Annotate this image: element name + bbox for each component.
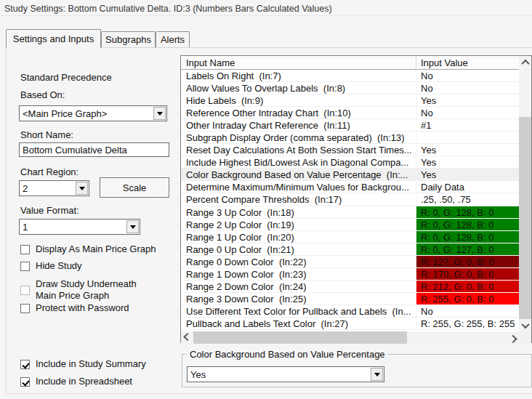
vertical-scrollbar-thumb[interactable]	[519, 117, 531, 319]
horizontal-scrollbar[interactable]	[181, 331, 519, 344]
chart-region-label: Chart Region:	[20, 166, 78, 177]
horizontal-scrollbar-thumb[interactable]	[193, 331, 407, 344]
input-name-cell: Allow Values To Overlap Labels (In:8)	[181, 82, 416, 94]
input-value-cell: No	[416, 107, 519, 119]
checkbox-box[interactable]	[20, 304, 30, 313]
input-value-cell: Yes	[416, 169, 519, 181]
tab-page-border	[6, 393, 532, 394]
inputs-table-header: Input Name Input Value	[181, 56, 519, 70]
value-format-value: 1	[20, 222, 126, 233]
input-name-cell: Range 1 Up Color (In:20)	[181, 231, 416, 243]
dialog-title: Study Settings: Bottom Cumulative Delta.…	[4, 4, 332, 14]
checkbox-draw-study-underneath[interactable]: Draw Study Underneath Main Price Graph	[20, 278, 137, 302]
table-row[interactable]: Reset Day Calculations At Both Session S…	[181, 144, 519, 156]
checkbox-include-in-study-summary[interactable]: Include in Study Summary	[20, 358, 146, 371]
chevron-down-icon[interactable]	[153, 107, 166, 120]
tab-label: Subgraphs	[105, 34, 151, 45]
checkbox-label: Include in Spreadsheet	[36, 376, 132, 387]
chevron-down-icon[interactable]	[126, 220, 139, 233]
checkbox-box[interactable]	[20, 245, 30, 254]
checkbox-box[interactable]	[20, 377, 30, 387]
checkbox-protect-with-password[interactable]: Protect with Password	[20, 302, 129, 315]
table-row[interactable]: Include Highest Bid/Lowest Ask in Diagon…	[181, 156, 519, 169]
standard-precedence-label: Standard Precedence	[20, 72, 112, 83]
checkbox-label: Include in Study Summary	[36, 358, 146, 370]
tab-page-border	[6, 47, 7, 394]
input-value-color-swatch: R: 170, G: 0, B: 0	[416, 268, 519, 281]
tab-label: Settings and Inputs	[13, 33, 94, 44]
table-row[interactable]: Reference Other Intraday Chart (In:10)No	[181, 107, 519, 119]
checkbox-box[interactable]	[20, 262, 30, 271]
checkbox-include-in-spreadsheet[interactable]: Include in Spreadsheet	[20, 375, 132, 388]
table-row[interactable]: Pullback and Labels Text Color (In:27)R:…	[181, 318, 519, 330]
table-row[interactable]: Use Different Text Color for Pullback an…	[181, 305, 519, 318]
chart-region-select[interactable]: 2	[19, 180, 89, 196]
input-value-color-swatch: R: 127, G: 0, B: 0	[416, 256, 519, 268]
table-row[interactable]: Range 0 Down Color (In:22)R: 127, G: 0, …	[181, 256, 519, 268]
inputs-table: Input Name Input Value Labels On Right (…	[180, 55, 532, 343]
chart-region-value: 2	[20, 183, 75, 194]
scroll-up-icon[interactable]	[519, 56, 531, 68]
input-value-color-swatch: R: 0, G: 127, B: 0	[416, 243, 519, 256]
input-editor-value: Yes	[188, 369, 370, 380]
value-format-label: Value Format:	[20, 205, 79, 216]
scroll-right-icon[interactable]	[507, 331, 519, 344]
table-row[interactable]: Range 1 Up Color (In:20)R: 0, G: 128, B:…	[181, 231, 519, 243]
table-row[interactable]: Other Intraday Chart Reference (In:11)#1	[181, 119, 519, 132]
value-format-select[interactable]: 1	[19, 219, 140, 235]
input-value-cell: Yes	[416, 94, 519, 107]
table-row[interactable]: Labels On Right (In:7)No	[181, 70, 519, 82]
table-row[interactable]: Range 3 Up Color (In:18)R: 0, G: 128, B:…	[181, 206, 519, 219]
checkbox-box[interactable]	[20, 286, 30, 295]
scroll-down-icon[interactable]	[519, 319, 531, 331]
tab-settings-and-inputs[interactable]: Settings and Inputs	[6, 29, 101, 48]
input-value-cell: No	[416, 70, 519, 82]
tab-subgraphs[interactable]: Subgraphs	[101, 31, 156, 47]
table-row[interactable]: Range 1 Down Color (In:23)R: 170, G: 0, …	[181, 268, 519, 281]
tab-alerts[interactable]: Alerts	[156, 31, 190, 47]
table-row[interactable]: Range 2 Up Color (In:19)R: 0, G: 128, B:…	[181, 219, 519, 231]
table-row[interactable]: Subgraph Display Order (comma separated)…	[181, 132, 519, 144]
input-name-cell: Color Background Based on Value Percenta…	[181, 169, 416, 181]
column-header-input-value[interactable]: Input Value	[416, 56, 519, 69]
checkbox-hide-study[interactable]: Hide Study	[20, 259, 82, 273]
input-name-cell: Determine Maximum/Minimum Values for Bac…	[181, 181, 416, 193]
chevron-down-icon[interactable]	[371, 368, 383, 381]
short-name-label: Short Name:	[20, 129, 73, 140]
input-name-cell: Other Intraday Chart Reference (In:11)	[181, 119, 416, 132]
checkbox-box[interactable]	[20, 360, 30, 369]
input-editor-legend: Color Background Based on Value Percenta…	[187, 349, 388, 360]
short-name-value: Bottom Cumulative Delta	[23, 145, 127, 156]
based-on-value: <Main Price Graph>	[20, 108, 153, 119]
scroll-left-icon[interactable]	[181, 331, 193, 344]
table-row[interactable]: Range 0 Up Color (In:21)R: 0, G: 127, B:…	[181, 243, 519, 256]
table-row[interactable]: Hide Labels (In:9)Yes	[181, 94, 519, 107]
tab-label: Alerts	[161, 34, 185, 45]
input-name-cell: Range 0 Down Color (In:22)	[181, 256, 416, 268]
checkbox-display-as-main-price-graph[interactable]: Display As Main Price Graph	[20, 243, 156, 256]
table-row[interactable]: Range 3 Down Color (In:25)R: 255, G: 0, …	[181, 293, 519, 305]
scrollbar-corner	[519, 331, 531, 344]
based-on-label: Based On:	[20, 89, 65, 100]
short-name-input[interactable]: Bottom Cumulative Delta	[19, 142, 169, 157]
table-row[interactable]: Allow Values To Overlap Labels (In:8)No	[181, 82, 519, 94]
input-name-cell: Range 1 Down Color (In:23)	[181, 268, 416, 281]
chevron-down-icon[interactable]	[76, 182, 88, 195]
vertical-scrollbar[interactable]	[519, 56, 531, 331]
table-row[interactable]: Percent Compare Thresholds (In:17).25, .…	[181, 193, 519, 206]
input-value-cell: No	[416, 305, 519, 318]
input-value-cell: No	[416, 82, 519, 94]
input-value-color-swatch: R: 0, G: 128, B: 0	[416, 219, 519, 231]
input-editor-select[interactable]: Yes	[187, 366, 384, 382]
checkbox-label: Hide Study	[36, 260, 82, 272]
table-row[interactable]: Determine Maximum/Minimum Values for Bac…	[181, 181, 519, 193]
input-value-color-swatch: R: 212, G: 0, B: 0	[416, 281, 519, 293]
scale-button[interactable]: Scale	[100, 177, 169, 198]
input-value-cell: Yes	[416, 144, 519, 156]
table-row[interactable]: Range 2 Down Color (In:24)R: 212, G: 0, …	[181, 281, 519, 293]
input-name-cell: Pullback and Labels Text Color (In:27)	[181, 318, 416, 330]
column-header-input-name[interactable]: Input Name	[181, 56, 416, 69]
based-on-select[interactable]: <Main Price Graph>	[19, 105, 167, 121]
table-row[interactable]: Color Background Based on Value Percenta…	[181, 169, 519, 181]
checkbox-label: Protect with Password	[36, 302, 129, 314]
